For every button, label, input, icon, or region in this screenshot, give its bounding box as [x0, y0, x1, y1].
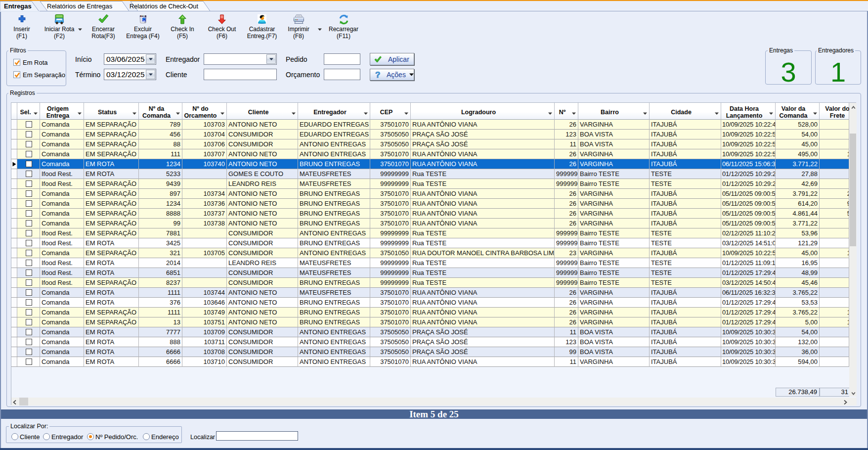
svg-text:Relatórios de Entregas: Relatórios de Entregas	[47, 2, 113, 10]
svg-text:Relatórios de Check-Out: Relatórios de Check-Out	[130, 3, 198, 10]
svg-text:?: ?	[375, 70, 380, 80]
svg-text:Entregas: Entregas	[4, 2, 32, 10]
